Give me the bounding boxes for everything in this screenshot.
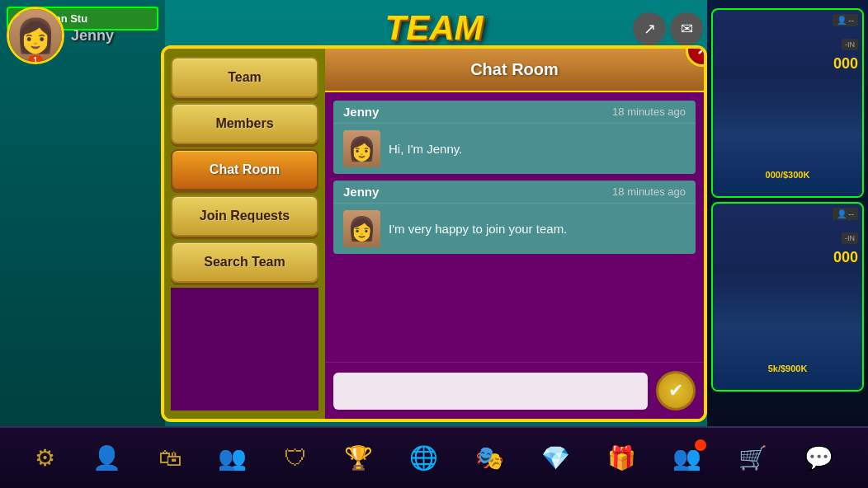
- chat-message-1: Jenny 18 minutes ago 👩 Hi, I'm Jenny.: [333, 101, 696, 174]
- mail-button[interactable]: ✉: [670, 12, 703, 45]
- message-time-2: 18 minutes ago: [612, 185, 686, 198]
- user-name: Jenny: [71, 27, 114, 45]
- pacman-icon[interactable]: 🎭: [475, 444, 504, 472]
- team-icon[interactable]: 👥: [672, 444, 701, 472]
- cart-icon[interactable]: 🛒: [738, 444, 767, 472]
- message-text-2: I'm very happy to join your team.: [389, 222, 567, 236]
- message-avatar-2: 👩: [343, 210, 380, 247]
- globe-icon[interactable]: 🌐: [409, 444, 438, 472]
- chat-area: Jenny 18 minutes ago 👩 Hi, I'm Jenny. Je…: [325, 92, 704, 362]
- avatar-image: 👩: [9, 9, 62, 62]
- message-sender-1: Jenny: [343, 105, 379, 119]
- top-right-icons: ↗ ✉: [633, 12, 703, 45]
- chat-icon[interactable]: 💬: [804, 444, 833, 472]
- nav-team[interactable]: Team: [171, 57, 318, 98]
- slot-preview-2: 👤 -- -IN 000 5k/$900K: [711, 202, 864, 392]
- slot-preview-1: 👤 -- -IN 000 000/$300K: [711, 8, 864, 198]
- nav-panel: Team Members Chat Room Join Requests Sea…: [164, 49, 325, 419]
- shop-icon[interactable]: 🛍: [158, 444, 182, 472]
- gift-icon[interactable]: 🎁: [607, 444, 636, 472]
- shield-icon[interactable]: 🛡: [284, 444, 307, 472]
- nav-join-requests[interactable]: Join Requests: [171, 195, 318, 237]
- slot-coins-2: 000: [833, 249, 858, 266]
- message-sender-2: Jenny: [343, 185, 379, 199]
- user-header: 👩 1 Jenny: [7, 7, 114, 64]
- slot-in-label-1: -IN: [842, 39, 858, 50]
- settings-icon[interactable]: ⚙: [35, 444, 55, 472]
- page-title: TEAM: [385, 8, 484, 48]
- level-badge: 1: [28, 55, 43, 64]
- right-panel: 👤 -- -IN 000 000/$300K 👤 -- -IN 000 5k/$…: [707, 0, 868, 426]
- friends-icon[interactable]: 👥: [218, 444, 247, 472]
- share-button[interactable]: ↗: [633, 12, 666, 45]
- slot-user-icon-2: 👤 --: [833, 208, 858, 220]
- message-body-2: 👩 I'm very happy to join your team.: [333, 203, 696, 254]
- send-button[interactable]: ✔: [656, 371, 696, 411]
- modal-inner: Team Members Chat Room Join Requests Sea…: [164, 49, 704, 419]
- nav-chat-room[interactable]: Chat Room: [171, 149, 318, 190]
- bottom-bar: ⚙ 👤 🛍 👥 🛡 🏆 🌐 🎭 💎 🎁 👥 🛒 💬: [0, 426, 868, 488]
- slot-in-label-2: -IN: [842, 232, 858, 244]
- nav-bottom-space: [171, 288, 318, 411]
- slot-amount-1: 000/$300K: [713, 170, 862, 180]
- message-header-2: Jenny 18 minutes ago: [333, 181, 696, 203]
- message-avatar-1: 👩: [343, 130, 380, 167]
- message-header-1: Jenny 18 minutes ago: [333, 101, 696, 123]
- notification-badge: [695, 439, 706, 451]
- slot-coins-1: 000: [833, 55, 858, 73]
- content-panel: Chat Room Jenny 18 minutes ago 👩 Hi, I'm…: [325, 49, 704, 419]
- input-area: ✔: [325, 362, 704, 419]
- nav-members[interactable]: Members: [171, 103, 318, 144]
- content-header: Chat Room: [325, 49, 704, 92]
- message-text-1: Hi, I'm Jenny.: [389, 142, 462, 156]
- slot-user-icon-1: 👤 --: [833, 14, 858, 26]
- slot-amount-2: 5k/$900K: [713, 364, 862, 373]
- gem-icon[interactable]: 💎: [541, 444, 570, 472]
- nav-search-team[interactable]: Search Team: [171, 242, 318, 283]
- message-time-1: 18 minutes ago: [612, 106, 686, 118]
- avatar: 👩 1: [7, 7, 64, 64]
- chat-input[interactable]: [333, 373, 648, 410]
- message-body-1: 👩 Hi, I'm Jenny.: [333, 123, 696, 174]
- team-modal: ✕ Team Members Chat Room Join Requests S…: [161, 45, 707, 422]
- chat-message-2: Jenny 18 minutes ago 👩 I'm very happy to…: [333, 181, 696, 254]
- profile-icon[interactable]: 👤: [92, 444, 121, 472]
- trophy-icon[interactable]: 🏆: [344, 444, 373, 472]
